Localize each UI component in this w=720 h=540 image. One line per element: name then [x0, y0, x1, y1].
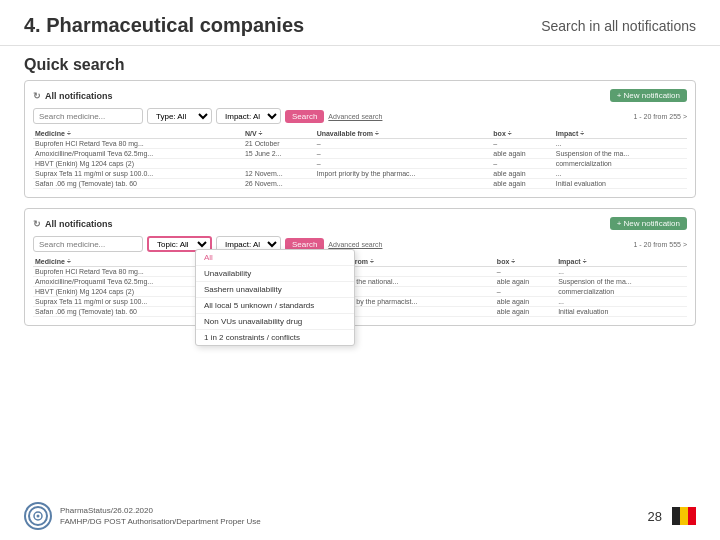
section-label: Quick search — [0, 46, 720, 80]
table-row: Buprofen HCl Retard Teva 80 mg...21 Octo… — [33, 267, 687, 277]
type-select-1[interactable]: Type: All — [147, 108, 212, 124]
table-cell: able again — [495, 297, 556, 307]
table-cell — [315, 179, 492, 189]
table-cell: – — [491, 139, 553, 149]
table-row: Suprax Tefa 11 mg/ml or susp 100...12 No… — [33, 297, 687, 307]
table-cell — [243, 159, 315, 169]
page-header: 4. Pharmaceutical companies Search in al… — [0, 0, 720, 46]
table-cell: – — [315, 149, 492, 159]
footer-left: PharmaStatus/26.02.2020 FAMHP/DG POST Au… — [24, 502, 261, 530]
svg-point-2 — [37, 515, 40, 518]
search-input-2[interactable] — [33, 236, 143, 252]
table-cell: Amoxicilline/Proquamil Teva 62.5mg... — [33, 149, 243, 159]
table-cell: Initial evaluation — [554, 179, 687, 189]
search-input-1[interactable] — [33, 108, 143, 124]
table-cell: able again — [491, 169, 553, 179]
table-cell: commercialization — [556, 287, 687, 297]
table-cell: ... — [554, 139, 687, 149]
footer-right: 28 — [648, 507, 696, 525]
logo-icon — [27, 505, 49, 527]
dropdown-item[interactable]: Unavailability — [196, 266, 354, 282]
pagination-1: 1 - 20 from 255 > — [633, 113, 687, 120]
table-cell: 26 Novem... — [243, 179, 315, 189]
panel1-title: All notifications — [33, 91, 113, 101]
table-cell: ... — [556, 267, 687, 277]
table-header-row-1: Medicine ÷ N/V ÷ Unavailable from ÷ box … — [33, 129, 687, 139]
table-cell: Buprofen HCl Retard Teva 80 mg... — [33, 139, 243, 149]
col-nv-1: N/V ÷ — [243, 129, 315, 139]
table-row: Amoxicilline/Proquamil Teva 62.5mg...15 … — [33, 277, 687, 287]
panel2-search-bar: Topic: All Impact: All Search Advanced s… — [33, 236, 687, 252]
panel2-header: All notifications + New notification — [33, 217, 687, 230]
page-subtitle: Search in all notifications — [541, 18, 696, 34]
table-cell: commercialization — [554, 159, 687, 169]
table-cell: 15 June 2... — [243, 149, 315, 159]
col-box-1: box ÷ — [491, 129, 553, 139]
page-number: 28 — [648, 509, 662, 524]
topic-dropdown: AllUnavailabilitySashern unavailabilityA… — [195, 249, 355, 346]
table2-body: Buprofen HCl Retard Teva 80 mg...21 Octo… — [33, 267, 687, 317]
advanced-search-link-1[interactable]: Advanced search — [328, 113, 382, 120]
page-title: 4. Pharmaceutical companies — [24, 14, 304, 37]
panel2-title: All notifications — [33, 219, 113, 229]
footer-line2: FAMHP/DG POST Authorisation/Department P… — [60, 516, 261, 527]
col-medicine-1: Medicine ÷ — [33, 129, 243, 139]
table-cell: Suspension of the ma... — [556, 277, 687, 287]
table-cell: Initial evaluation — [556, 307, 687, 317]
notification-panel-1: All notifications + New notification Typ… — [24, 80, 696, 198]
table-row: Buprofen HCl Retard Teva 80 mg...21 Octo… — [33, 139, 687, 149]
table-cell: ... — [554, 169, 687, 179]
panel1-header: All notifications + New notification — [33, 89, 687, 102]
impact-select-1[interactable]: Impact: All — [216, 108, 281, 124]
table-cell: – — [315, 139, 492, 149]
col-impact-2: Impact ÷ — [556, 257, 687, 267]
col-unavailable-1: Unavailable from ÷ — [315, 129, 492, 139]
table1-body: Buprofen HCl Retard Teva 80 mg...21 Octo… — [33, 139, 687, 189]
footer-logo — [24, 502, 52, 530]
notification-panel-2: All notifications + New notification Top… — [24, 208, 696, 326]
table-cell: HBVT (Enkin) Mg 1204 caps (2) — [33, 159, 243, 169]
table-row: HBVT (Enkin) Mg 1204 caps (2)––commercia… — [33, 287, 687, 297]
table-cell: Suspension of the ma... — [554, 149, 687, 159]
notifications-table-2: Medicine ÷ N/V ÷ Unavailable from ÷ box … — [33, 257, 687, 317]
table-cell: able again — [491, 179, 553, 189]
table-row: Safan .06 mg (Temovate) tab. 6026 Novem.… — [33, 179, 687, 189]
pagination-2: 1 - 20 from 555 > — [633, 241, 687, 248]
table-cell: – — [491, 159, 553, 169]
main-content: All notifications + New notification Typ… — [0, 80, 720, 326]
dropdown-item[interactable]: All local 5 unknown / standards — [196, 298, 354, 314]
table-row: HBVT (Enkin) Mg 1204 caps (2)––commercia… — [33, 159, 687, 169]
dropdown-item[interactable]: All — [196, 250, 354, 266]
table-header-row-2: Medicine ÷ N/V ÷ Unavailable from ÷ box … — [33, 257, 687, 267]
panel1-search-bar: Type: All Impact: All Search Advanced se… — [33, 108, 687, 124]
table-row: Safan .06 mg (Temovate) tab. 6026 Novem.… — [33, 307, 687, 317]
dropdown-item[interactable]: 1 in 2 constraints / conflicts — [196, 330, 354, 345]
col-box-2: box ÷ — [495, 257, 556, 267]
dropdown-item[interactable]: Sashern unavailability — [196, 282, 354, 298]
table-cell: 12 Novem... — [243, 169, 315, 179]
new-notification-button-1[interactable]: + New notification — [610, 89, 687, 102]
table-cell: Suprax Tefa 11 mg/ml or susp 100.0... — [33, 169, 243, 179]
advanced-search-link-2[interactable]: Advanced search — [328, 241, 382, 248]
dropdown-item[interactable]: Non VUs unavailability drug — [196, 314, 354, 330]
table-row: Suprax Tefa 11 mg/ml or susp 100.0...12 … — [33, 169, 687, 179]
table-row: Amoxicilline/Proquamil Teva 62.5mg...15 … — [33, 149, 687, 159]
table-cell: 21 October — [243, 139, 315, 149]
be-flag-icon — [672, 507, 696, 525]
table-cell: – — [495, 267, 556, 277]
table-cell: able again — [491, 149, 553, 159]
search-button-1[interactable]: Search — [285, 110, 324, 123]
table-cell: able again — [495, 307, 556, 317]
col-impact-1: Impact ÷ — [554, 129, 687, 139]
table-cell: – — [315, 159, 492, 169]
table-cell: – — [495, 287, 556, 297]
table-cell: Import priority by the pharmac... — [315, 169, 492, 179]
new-notification-button-2[interactable]: + New notification — [610, 217, 687, 230]
footer-text: PharmaStatus/26.02.2020 FAMHP/DG POST Au… — [60, 505, 261, 527]
notifications-table-1: Medicine ÷ N/V ÷ Unavailable from ÷ box … — [33, 129, 687, 189]
table-cell: able again — [495, 277, 556, 287]
table-cell: Safan .06 mg (Temovate) tab. 60 — [33, 179, 243, 189]
table-cell: ... — [556, 297, 687, 307]
footer-line1: PharmaStatus/26.02.2020 — [60, 505, 261, 516]
page-footer: PharmaStatus/26.02.2020 FAMHP/DG POST Au… — [24, 502, 696, 530]
